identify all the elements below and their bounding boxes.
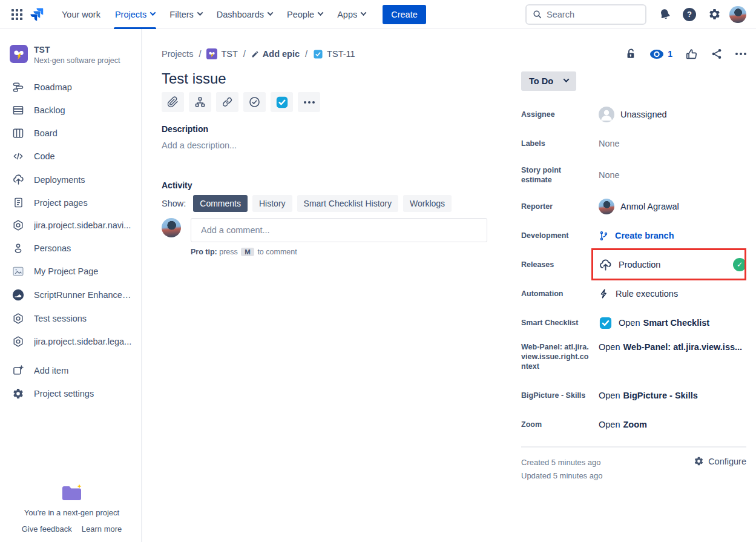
sidebar-item-backlog[interactable]: Backlog xyxy=(7,99,136,122)
field-assignee: Assignee Unassigned xyxy=(521,100,746,129)
create-button[interactable]: Create xyxy=(383,5,426,24)
lock-button[interactable] xyxy=(625,47,637,61)
nav-people[interactable]: People xyxy=(280,0,330,29)
nav-apps[interactable]: Apps xyxy=(330,0,373,29)
nav-filters[interactable]: Filters xyxy=(162,0,209,29)
sidebar-item-addon-legacy[interactable]: jira.project.sidebar.lega... xyxy=(7,330,136,353)
watchers-button[interactable]: 1 xyxy=(649,49,672,59)
story-points-none: None xyxy=(599,170,620,180)
chevron-down-icon xyxy=(564,76,570,82)
sidebar-item-code[interactable]: Code xyxy=(7,145,136,168)
status-check-button[interactable] xyxy=(243,92,266,112)
field-smart-checklist: Smart Checklist Open Smart Checklist xyxy=(521,308,746,337)
create-branch-link[interactable]: Create branch xyxy=(599,231,746,241)
global-search[interactable] xyxy=(525,4,646,25)
person-icon xyxy=(11,242,25,254)
sidebar-item-test-sessions[interactable]: Test sessions xyxy=(7,307,136,330)
tab-worklogs[interactable]: Worklogs xyxy=(403,195,452,212)
comment-protip: Pro tip: press M to comment xyxy=(191,248,487,256)
user-avatar[interactable] xyxy=(729,6,746,23)
open-zoom-link[interactable]: Open Zoom xyxy=(599,420,746,429)
sidebar-item-add-item[interactable]: Add item xyxy=(7,359,136,382)
nav-dashboards[interactable]: Dashboards xyxy=(209,0,280,29)
tab-smart-checklist-history[interactable]: Smart Checklist History xyxy=(297,195,398,212)
circle-check-icon xyxy=(248,96,261,108)
field-story-points: Story point estimate None xyxy=(521,158,746,192)
vote-button[interactable] xyxy=(685,48,698,61)
sidebar-item-deployments[interactable]: Deployments xyxy=(7,168,136,191)
task-type-icon xyxy=(313,49,323,59)
sidebar-item-my-project-page[interactable]: My Project Page xyxy=(7,260,136,283)
rule-executions-link[interactable]: Rule executions xyxy=(599,288,746,299)
assignee-value[interactable]: Unassigned xyxy=(599,107,746,122)
sidebar-item-board[interactable]: Board xyxy=(7,122,136,145)
description-placeholder[interactable]: Add a description... xyxy=(162,140,487,150)
add-subtask-button[interactable] xyxy=(189,92,211,112)
sidebar-item-label: Roadmap xyxy=(34,82,72,92)
breadcrumb-separator: / xyxy=(199,49,201,59)
tab-history[interactable]: History xyxy=(252,195,292,212)
sidebar-item-project-pages[interactable]: Project pages xyxy=(7,191,136,214)
learn-more-link[interactable]: Learn more xyxy=(82,524,122,534)
share-button[interactable] xyxy=(711,48,723,60)
nav-projects[interactable]: Projects xyxy=(108,0,162,29)
primary-nav: Your work Projects Filters Dashboards Pe… xyxy=(54,0,373,29)
panel-divider xyxy=(521,446,746,448)
jira-logo[interactable] xyxy=(27,5,46,24)
give-feedback-link[interactable]: Give feedback xyxy=(22,524,72,534)
sidebar-item-scriptrunner[interactable]: ScriptRunner Enhanced... xyxy=(7,283,136,307)
more-tools-button[interactable] xyxy=(298,92,320,112)
search-input[interactable] xyxy=(547,10,631,19)
release-name: Production xyxy=(619,260,660,269)
issue-dates: Created 5 minutes ago Updated 5 minutes … xyxy=(521,456,602,483)
comment-input[interactable] xyxy=(191,218,487,242)
configure-button[interactable]: Configure xyxy=(694,456,746,466)
sidebar-item-label: Test sessions xyxy=(34,314,87,323)
sidebar-item-roadmap[interactable]: Roadmap xyxy=(7,76,136,99)
status-dropdown[interactable]: To Do xyxy=(521,71,576,91)
release-production[interactable]: Production ✓ xyxy=(599,258,746,272)
story-points-value[interactable]: None xyxy=(599,170,746,180)
notifications-button[interactable] xyxy=(655,5,674,24)
reporter-value[interactable]: Anmol Agrawal xyxy=(599,199,746,214)
sidebar-item-project-settings[interactable]: Project settings xyxy=(7,382,136,405)
field-web-panel: Web-Panel: atl.jira.view.issue.right.con… xyxy=(521,337,746,381)
sidebar-item-label: Project settings xyxy=(34,389,94,398)
status-label: To Do xyxy=(529,76,553,86)
field-label: Development xyxy=(521,231,599,240)
breadcrumb-project-tst[interactable]: TST xyxy=(206,48,237,59)
issue-title[interactable]: Test issue xyxy=(162,70,487,87)
sidebar-item-label: Deployments xyxy=(34,175,85,185)
breadcrumb-issue-key[interactable]: TST-11 xyxy=(313,49,355,59)
labels-value[interactable]: None xyxy=(599,139,746,148)
field-label: Releases xyxy=(521,260,599,269)
cloud-upload-icon xyxy=(599,258,613,272)
protip-text: press xyxy=(219,248,238,256)
more-actions-button[interactable] xyxy=(735,53,746,55)
sidebar-item-label: My Project Page xyxy=(34,266,98,276)
breadcrumb-projects[interactable]: Projects xyxy=(162,49,193,59)
open-bigpicture-link[interactable]: Open BigPicture - Skills xyxy=(599,391,746,400)
open-smart-checklist-link[interactable]: Open Smart Checklist xyxy=(599,316,746,330)
web-panel-label: Web-Panel: atl.jira.view.iss... xyxy=(623,342,742,352)
issue-toolbar xyxy=(162,92,487,112)
breadcrumb-label: TST-11 xyxy=(327,49,355,59)
help-button[interactable]: ? xyxy=(680,5,699,24)
breadcrumb-add-epic[interactable]: Add epic xyxy=(251,49,300,59)
field-label: Automation xyxy=(521,289,599,299)
app-switcher-icon[interactable] xyxy=(7,5,27,24)
open-word: Open xyxy=(599,342,620,352)
link-issue-button[interactable] xyxy=(216,92,238,112)
open-web-panel-link[interactable]: Open Web-Panel: atl.jira.view.iss... xyxy=(599,342,746,352)
attach-button[interactable] xyxy=(162,92,184,112)
open-word: Open xyxy=(599,420,620,429)
sidebar-item-personas[interactable]: Personas xyxy=(7,237,136,260)
nav-your-work[interactable]: Your work xyxy=(54,0,108,29)
pencil-icon xyxy=(251,50,259,58)
lightning-icon xyxy=(599,288,610,299)
sidebar-item-addon-navigation[interactable]: jira.project.sidebar.navi... xyxy=(7,214,136,237)
tab-comments[interactable]: Comments xyxy=(193,195,248,212)
project-header[interactable]: TST Next-gen software project xyxy=(7,44,136,66)
smart-checklist-button[interactable] xyxy=(271,92,293,112)
settings-button[interactable] xyxy=(705,5,724,24)
